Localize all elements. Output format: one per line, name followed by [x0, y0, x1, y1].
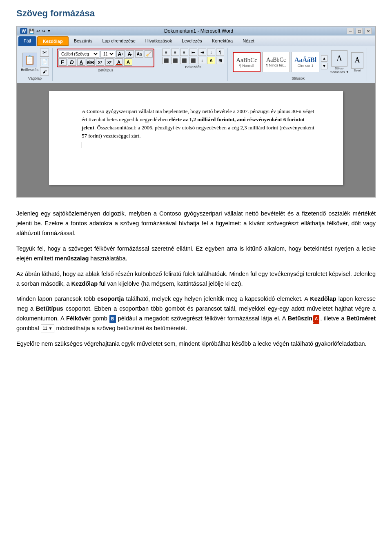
- beillesztes-button[interactable]: 📋 Beillesztés: [21, 53, 38, 72]
- word-logo-icon: W: [20, 28, 27, 34]
- superscript-button[interactable]: x2: [105, 58, 114, 66]
- bullets-button[interactable]: ≡: [162, 49, 170, 56]
- line-spacing-button[interactable]: ↕: [198, 57, 206, 64]
- tab-fajl[interactable]: Fájl: [18, 36, 36, 46]
- style-nospace-box[interactable]: AaBbCc ¶ Nincs tér...: [262, 52, 290, 72]
- article-para4-text: Minden lapon parancsok több csoportja ta…: [16, 296, 376, 331]
- clear-format-button[interactable]: 🧹: [145, 50, 153, 58]
- vagolap-secondary: ✂ 📄 🖌: [40, 49, 49, 76]
- highlight-button[interactable]: A: [124, 58, 132, 66]
- word-titlebar: W 💾 ↩ ↪ ▼ Dokumentum1 - Microsoft Word ─…: [17, 27, 375, 36]
- subscript-button[interactable]: x2: [96, 58, 104, 66]
- article-para3: Az ábrán látható, hogy az ablak felső ré…: [16, 269, 376, 289]
- window-controls: ─ □ ✕: [347, 28, 372, 34]
- format-painter-button[interactable]: 🖌: [40, 67, 49, 76]
- kezdolap-bold: Kezdőlap: [71, 280, 98, 287]
- csoportja-bold: csoportja: [97, 296, 124, 302]
- page-title: Szöveg formázása: [16, 8, 376, 19]
- word-page[interactable]: A Contoso gyógyszeripari vállalat ma bej…: [49, 91, 343, 185]
- paste-icon: 📋: [22, 53, 37, 67]
- shrink-font-button[interactable]: A-: [126, 50, 134, 58]
- article-para1-text: Jelenleg egy sajtóközleményen dolgozik, …: [16, 210, 376, 236]
- bekedes-group: ≡ ≡ ≡ ⇤ ⇥ ↕ ¶ ⬛ ⬛ ⬛ ⬛ ↕ A ⊞ Be: [159, 48, 228, 81]
- tab-lap-elrendezese[interactable]: Lap elrendezése: [98, 36, 140, 46]
- tab-beszuras[interactable]: Beszúrás: [69, 36, 97, 46]
- style-boxes: AaBbCc ¶ Normál AaBbCc ¶ Nincs tér... Aa…: [233, 49, 363, 76]
- kezdolap2-bold: Kezdőlap: [310, 296, 336, 302]
- tab-kezdolap[interactable]: Kezdőlap: [37, 36, 69, 46]
- style-nospace-preview: AaBbCc: [266, 57, 286, 63]
- show-marks-button[interactable]: ¶: [216, 49, 224, 56]
- style-normal-box[interactable]: AaBbCc ¶ Normál: [233, 52, 261, 72]
- para-tools: ≡ ≡ ≡ ⇤ ⇥ ↕ ¶ ⬛ ⬛ ⬛ ⬛ ↕ A ⊞: [162, 49, 224, 64]
- article-para3-text: Az ábrán látható, hogy az ablak felső ré…: [16, 271, 376, 287]
- article-para2-text: Tegyük fel, hogy a szöveget félkövér for…: [16, 245, 376, 262]
- style-h1-box[interactable]: AaÁáBl Cím sor 1: [292, 52, 319, 72]
- quick-access-redo[interactable]: ↪: [42, 29, 45, 34]
- sort-button[interactable]: ↕: [207, 49, 215, 56]
- font-row1: Calibri (Szöveg 11 A+ A- Aa 🧹: [58, 50, 153, 58]
- document-cursor: [82, 140, 318, 149]
- change-case-button[interactable]: Aa: [135, 50, 143, 58]
- bekedes-label: Bekezdés: [185, 65, 201, 69]
- stilusok-group: AaBbCc ¶ Normál AaBbCc ¶ Nincs tér... Aa…: [229, 48, 367, 81]
- close-button[interactable]: ✕: [365, 28, 372, 34]
- align-right-button[interactable]: ⬛: [180, 57, 188, 64]
- titlebar-title: Dokumentum1 - Microsoft Word: [51, 28, 347, 34]
- multilevel-button[interactable]: ≡: [180, 49, 188, 56]
- style-h1-preview: AaÁáBl: [294, 56, 316, 64]
- szeri-group: A Szeri: [351, 52, 363, 72]
- word-screenshot: W 💾 ↩ ↪ ▼ Dokumentum1 - Microsoft Word ─…: [16, 26, 376, 198]
- style-normal-label: ¶ Normál: [239, 64, 254, 68]
- align-center-button[interactable]: ⬛: [171, 57, 179, 64]
- strikethrough-button[interactable]: abe: [87, 58, 95, 66]
- copy-button[interactable]: 📄: [40, 58, 49, 66]
- quick-access-dropdown[interactable]: ▼: [47, 29, 51, 33]
- bold-button[interactable]: F: [58, 58, 67, 66]
- tab-levelezés[interactable]: Levelezés: [177, 36, 207, 46]
- tab-nezet[interactable]: Nézet: [238, 36, 259, 46]
- text-cursor: [82, 142, 82, 148]
- numbering-button[interactable]: ≡: [171, 49, 179, 56]
- grow-font-button[interactable]: A+: [116, 50, 125, 58]
- maximize-button[interactable]: □: [356, 28, 363, 34]
- paste-label: Beillesztés: [21, 68, 38, 72]
- stilus-modositas-button[interactable]: A: [331, 50, 347, 67]
- word-document-area: A Contoso gyógyszeripari vállalat ma bej…: [17, 83, 375, 197]
- style-down-button[interactable]: ▼: [321, 63, 327, 69]
- increase-indent-button[interactable]: ⇥: [198, 49, 206, 56]
- bold-icon-inline: B: [109, 315, 116, 323]
- italic-button[interactable]: D: [68, 58, 76, 66]
- font-size-select[interactable]: 11: [100, 51, 115, 58]
- vagolap-group: 📋 Beillesztés ✂ 📄 🖌 Vágólap: [19, 48, 53, 81]
- minimize-button[interactable]: ─: [347, 28, 354, 34]
- quick-access-undo[interactable]: ↩: [36, 29, 40, 34]
- justify-button[interactable]: ⬛: [189, 57, 197, 64]
- tab-hivatkozasok[interactable]: Hivatkozások: [141, 36, 176, 46]
- document-paragraph: A Contoso gyógyszeripari vállalat ma bej…: [82, 107, 318, 140]
- style-nospace-label: ¶ Nincs tér...: [266, 63, 286, 67]
- underline-button[interactable]: A: [77, 58, 85, 66]
- betuméret-bold: Betűméret: [346, 315, 376, 322]
- style-up-button[interactable]: ▲: [321, 55, 327, 62]
- stilus-modositas-label: Stílus-módosítás ▼: [329, 67, 350, 74]
- felkover-bold: Félkövér: [66, 315, 91, 322]
- decrease-indent-button[interactable]: ⇤: [189, 49, 197, 56]
- style-normal-preview: AaBbCc: [236, 57, 257, 64]
- para-row2: ⬛ ⬛ ⬛ ⬛ ↕ A ⊞: [162, 57, 224, 64]
- tab-korrektura[interactable]: Korrektúra: [207, 36, 237, 46]
- align-left-button[interactable]: ⬛: [162, 57, 170, 64]
- betutipus-label: Betűtípus: [98, 68, 114, 72]
- article-body: Jelenleg egy sajtóközleményen dolgozik, …: [16, 209, 376, 349]
- article-para2: Tegyük fel, hogy a szöveget félkövér for…: [16, 244, 376, 264]
- shading-button[interactable]: A: [207, 57, 215, 64]
- cut-button[interactable]: ✂: [40, 49, 49, 57]
- para-row1: ≡ ≡ ≡ ⇤ ⇥ ↕ ¶: [162, 49, 224, 56]
- article-para5-text: Egyelőre nem szükséges végrehajtania egy…: [16, 340, 367, 347]
- font-color-icon-inline: A: [313, 315, 319, 323]
- font-name-select[interactable]: Calibri (Szöveg: [58, 51, 99, 58]
- szeri-button[interactable]: A: [351, 52, 363, 69]
- quick-access-save[interactable]: 💾: [29, 29, 35, 34]
- font-color-button[interactable]: A: [115, 58, 123, 66]
- borders-button[interactable]: ⊞: [216, 57, 224, 64]
